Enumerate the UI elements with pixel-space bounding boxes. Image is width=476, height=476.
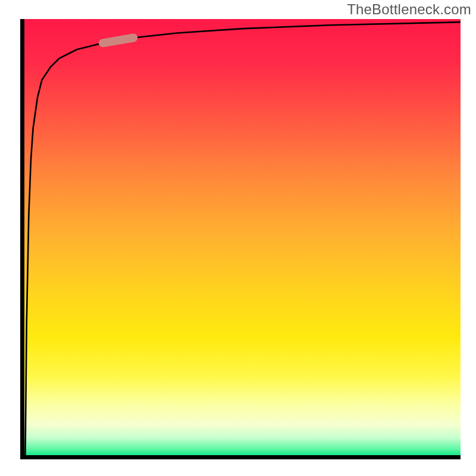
plot-frame <box>20 19 461 459</box>
curve-path <box>25 22 461 455</box>
curve-layer <box>24 19 461 455</box>
highlight-segment <box>103 38 133 43</box>
chart-stage: TheBottleneck.com <box>0 0 476 476</box>
attribution-text: TheBottleneck.com <box>347 1 471 18</box>
